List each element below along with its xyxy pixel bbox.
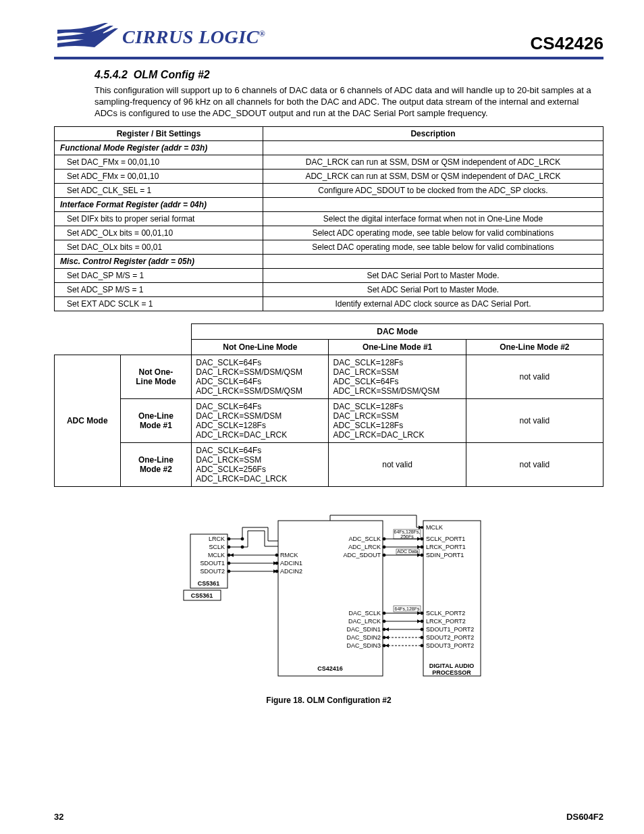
svg-point-42 xyxy=(383,554,385,556)
logo-text: CIRRUS LOGIC® xyxy=(122,26,265,48)
svg-point-69 xyxy=(383,636,385,639)
mode-combination-table: DAC Mode Not One-Line Mode One-Line Mode… xyxy=(54,323,603,487)
svg-text:SCLK_PORT2: SCLK_PORT2 xyxy=(426,610,465,617)
t2-cell: not valid xyxy=(329,442,466,486)
t2-row-label: One-LineMode #2 xyxy=(120,442,192,486)
t1-setting: Set ADC_FMx = 00,01,10 xyxy=(55,169,263,183)
diagram-caption: Figure 18. OLM Configuration #2 xyxy=(54,696,603,705)
t1-setting: Set DAC_FMx = 00,01,10 xyxy=(55,155,263,169)
svg-text:MCLK: MCLK xyxy=(208,552,225,558)
svg-point-41 xyxy=(421,546,423,548)
svg-text:SDIN_PORT1: SDIN_PORT1 xyxy=(426,552,464,558)
t2-row-label: One-LineMode #1 xyxy=(120,398,192,442)
svg-text:LRCK: LRCK xyxy=(209,536,225,542)
logo: CIRRUS LOGIC® xyxy=(54,20,265,54)
svg-point-23 xyxy=(275,554,278,556)
svg-point-29 xyxy=(275,570,278,573)
svg-point-0 xyxy=(99,32,103,36)
svg-text:SDOUT3_PORT2: SDOUT3_PORT2 xyxy=(426,642,474,649)
diagram-container: CS42416 DIGITAL AUDIO PROCESSOR CS5361 C… xyxy=(54,507,603,705)
svg-text:SDOUT1_PORT2: SDOUT1_PORT2 xyxy=(426,626,474,633)
logo-mark-icon xyxy=(54,20,118,54)
t2-col-2: One-Line Mode #2 xyxy=(466,339,603,355)
t1-desc: Set DAC Serial Port to Master Mode. xyxy=(263,268,603,282)
svg-text:SDOUT1: SDOUT1 xyxy=(200,560,225,567)
svg-text:DAC_SDIN1: DAC_SDIN1 xyxy=(346,626,381,633)
svg-point-18 xyxy=(227,546,230,548)
svg-point-44 xyxy=(421,554,423,556)
t1-setting: Set EXT ADC SCLK = 1 xyxy=(55,296,263,311)
t1-setting: Set ADC_OLx bits = 00,01,10 xyxy=(55,226,263,240)
svg-text:ADC_LRCK: ADC_LRCK xyxy=(348,544,381,550)
svg-text:CS5361: CS5361 xyxy=(198,580,220,587)
t1-setting: Set DAC_SP M/S = 1 xyxy=(55,268,263,282)
svg-text:CS5361: CS5361 xyxy=(191,592,213,599)
svg-point-24 xyxy=(227,562,230,565)
svg-text:MCLK: MCLK xyxy=(426,524,443,531)
t2-col-0: Not One-Line Mode xyxy=(192,339,329,355)
svg-text:CS42416: CS42416 xyxy=(317,665,343,672)
svg-text:ADC_SCLK: ADC_SCLK xyxy=(348,536,381,542)
t1-head-desc: Description xyxy=(263,126,603,140)
svg-point-62 xyxy=(421,612,423,615)
t2-cell: DAC_SCLK=64FsDAC_LRCK=SSMADC_SCLK=256FsA… xyxy=(192,442,329,486)
svg-text:DAC_SDIN3: DAC_SDIN3 xyxy=(346,642,381,649)
t1-subhead: Interface Format Register (addr = 04h) xyxy=(55,197,263,211)
svg-text:ADCIN2: ADCIN2 xyxy=(280,568,302,575)
svg-point-71 xyxy=(421,636,423,639)
svg-point-21 xyxy=(227,554,230,556)
svg-text:RMCK: RMCK xyxy=(280,552,298,558)
t1-desc: Select ADC operating mode, see table bel… xyxy=(263,226,603,240)
t1-desc: Set ADC Serial Port to Master Mode. xyxy=(263,282,603,296)
page-number: 32 xyxy=(54,812,63,822)
t1-setting: Set ADC_CLK_SEL = 1 xyxy=(55,183,263,197)
doc-header: CIRRUS LOGIC® CS42426 xyxy=(54,20,603,59)
t2-cell: DAC_SCLK=64FsDAC_LRCK=SSM/DSMADC_SCLK=12… xyxy=(192,398,329,442)
t1-setting: Set ADC_SP M/S = 1 xyxy=(55,282,263,296)
svg-point-74 xyxy=(421,644,423,647)
t2-super-head: DAC Mode xyxy=(192,323,603,339)
svg-point-39 xyxy=(383,546,385,548)
svg-text:LRCK_PORT1: LRCK_PORT1 xyxy=(426,544,466,550)
svg-text:DIGITAL AUDIO: DIGITAL AUDIO xyxy=(429,662,474,669)
t2-cell: not valid xyxy=(466,355,603,398)
svg-point-65 xyxy=(421,620,423,623)
t1-desc: Select DAC operating mode, see table bel… xyxy=(263,240,603,254)
svg-text:SCLK: SCLK xyxy=(209,544,225,550)
section-paragraph: This configuration will support up to 6 … xyxy=(95,85,603,120)
t1-subhead: Functional Mode Register (addr = 03h) xyxy=(55,140,263,155)
svg-point-15 xyxy=(227,538,230,540)
svg-text:64Fs,128Fs,: 64Fs,128Fs, xyxy=(394,529,421,534)
t1-desc: Select the digital interface format when… xyxy=(263,211,603,226)
t1-subhead: Misc. Control Register (addr = 05h) xyxy=(55,254,263,268)
t2-col-1: One-Line Mode #1 xyxy=(329,339,466,355)
svg-text:64Fs,128Fs: 64Fs,128Fs xyxy=(395,606,420,611)
t2-cell: DAC_SCLK=128FsDAC_LRCK=SSMADC_SCLK=128Fs… xyxy=(329,398,466,442)
svg-point-50 xyxy=(421,526,423,529)
svg-text:LRCK_PORT2: LRCK_PORT2 xyxy=(426,618,466,625)
t2-cell: not valid xyxy=(466,442,603,486)
t1-head-reg: Register / Bit Settings xyxy=(55,126,263,140)
svg-text:ADCIN1: ADCIN1 xyxy=(280,560,302,567)
t1-desc: Identify external ADC clock source as DA… xyxy=(263,296,603,311)
olm-config-diagram: CS42416 DIGITAL AUDIO PROCESSOR CS5361 C… xyxy=(173,507,484,689)
svg-text:DAC_LRCK: DAC_LRCK xyxy=(348,618,381,625)
svg-text:ADC Data: ADC Data xyxy=(397,549,419,554)
t1-desc: ADC_LRCK can run at SSM, DSM or QSM inde… xyxy=(263,169,603,183)
svg-point-68 xyxy=(421,628,423,631)
t1-setting: Set DAC_OLx bits = 00,01 xyxy=(55,240,263,254)
svg-point-36 xyxy=(383,538,385,540)
t2-cell: not valid xyxy=(466,398,603,442)
svg-point-63 xyxy=(383,620,385,623)
svg-text:PROCESSOR: PROCESSOR xyxy=(432,669,471,676)
t1-desc: Configure ADC_SDOUT to be clocked from t… xyxy=(263,183,603,197)
svg-point-38 xyxy=(421,538,423,540)
t2-row-group: ADC Mode xyxy=(55,355,121,486)
t1-setting: Set DIFx bits to proper serial format xyxy=(55,211,263,226)
svg-text:DAC_SCLK: DAC_SCLK xyxy=(348,610,381,617)
svg-point-60 xyxy=(383,612,385,615)
svg-text:SDOUT2: SDOUT2 xyxy=(200,568,225,575)
svg-text:DAC_SDIN2: DAC_SDIN2 xyxy=(346,634,381,641)
t1-desc: DAC_LRCK can run at SSM, DSM or QSM inde… xyxy=(263,155,603,169)
svg-point-66 xyxy=(383,628,385,631)
